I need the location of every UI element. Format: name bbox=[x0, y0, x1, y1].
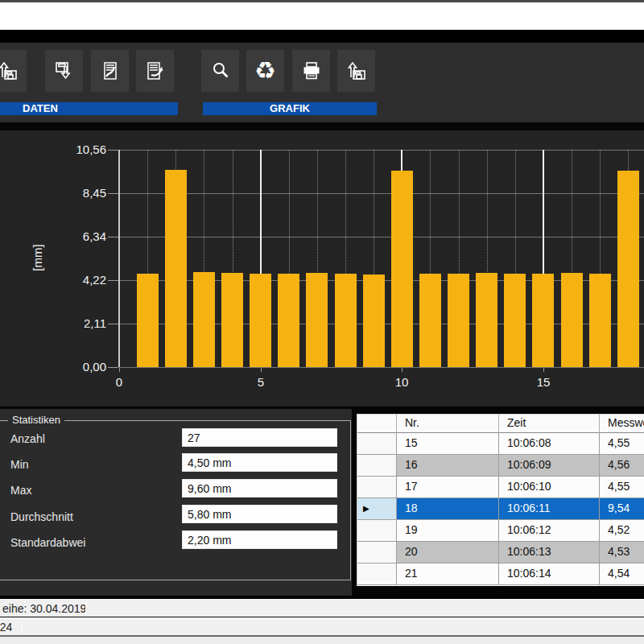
cell-messwert[interactable]: 4,53 bbox=[600, 542, 644, 564]
max-label: Max bbox=[10, 484, 31, 497]
table-row[interactable]: 1710:06:104,55 bbox=[357, 477, 644, 498]
menu-band bbox=[0, 2, 644, 30]
report-button[interactable] bbox=[136, 50, 174, 92]
current-row-marker[interactable]: ▶ bbox=[357, 498, 397, 520]
toolbar-group-label-grafik: GRAFIK bbox=[203, 102, 377, 115]
refresh-button[interactable]: ♻ bbox=[246, 50, 284, 92]
standardabwei-label: Standardabwei bbox=[10, 536, 85, 549]
y-tick-label: 2,11 bbox=[58, 316, 106, 330]
cell-zeit[interactable]: 10:06:10 bbox=[499, 477, 600, 498]
floppy-arrow-up-icon bbox=[345, 60, 368, 81]
row-header-cell[interactable] bbox=[357, 564, 397, 585]
load-data-button[interactable] bbox=[0, 50, 27, 92]
cell-messwert[interactable]: 9,54 bbox=[600, 498, 644, 520]
cell-nr[interactable]: 15 bbox=[397, 433, 499, 455]
floppy-arrow-up-icon bbox=[0, 60, 19, 81]
plot-area: 0,002,114,226,348,4510,56051015 bbox=[119, 150, 644, 367]
anzahl-label: Anzahl bbox=[10, 432, 45, 445]
bar bbox=[250, 274, 271, 367]
y-tick-mark bbox=[108, 193, 118, 194]
h-gridline bbox=[119, 150, 644, 151]
table-row[interactable]: 1510:06:084,55 bbox=[357, 433, 644, 455]
statusbar-separator bbox=[22, 621, 23, 634]
statistics-title: Statistiken bbox=[8, 414, 64, 426]
durchschnitt-field[interactable] bbox=[182, 505, 337, 523]
statistics-panel: Statistiken Anzahl Min Max Durchschnitt … bbox=[0, 409, 352, 596]
bar bbox=[193, 272, 215, 367]
bar bbox=[335, 274, 357, 367]
table-row[interactable]: ▶1810:06:119,54 bbox=[357, 498, 644, 520]
row-header-cell[interactable] bbox=[357, 542, 397, 564]
statusbar-count-text: 424 bbox=[0, 621, 12, 634]
table-row[interactable]: 2110:06:144,54 bbox=[357, 564, 644, 585]
anzahl-field[interactable] bbox=[182, 428, 337, 447]
cell-messwert[interactable]: 4,55 bbox=[600, 433, 644, 455]
bar bbox=[391, 171, 413, 367]
y-tick-mark bbox=[108, 237, 118, 237]
toolbar: ♻ DATEN GRAFIK bbox=[0, 43, 644, 122]
cell-zeit[interactable]: 10:06:11 bbox=[499, 498, 600, 520]
max-field[interactable] bbox=[182, 479, 337, 497]
cell-messwert[interactable]: 4,52 bbox=[600, 520, 644, 542]
document-arrow-icon bbox=[144, 60, 167, 81]
bar bbox=[278, 274, 299, 367]
y-tick-label: 4,22 bbox=[58, 273, 106, 287]
bar bbox=[419, 274, 441, 367]
separator-band bbox=[0, 30, 644, 43]
app-window: ♻ DATEN GRAFIK bbox=[0, 0, 644, 644]
min-field[interactable] bbox=[182, 453, 337, 472]
h-gridline bbox=[119, 237, 644, 237]
standardabwei-field[interactable] bbox=[182, 530, 337, 549]
cell-zeit[interactable]: 10:06:08 bbox=[499, 433, 600, 455]
x-tick-label: 10 bbox=[384, 375, 419, 389]
statusbar-1: eihe: 30.04.2019 bbox=[0, 599, 644, 617]
save-data-button[interactable] bbox=[45, 50, 83, 92]
export-excel-button[interactable] bbox=[91, 50, 129, 92]
y-tick-mark bbox=[108, 324, 118, 324]
x-tick-label: 15 bbox=[526, 375, 561, 389]
table-row[interactable]: 1910:06:124,52 bbox=[357, 520, 644, 542]
y-tick-mark bbox=[108, 367, 118, 368]
bar bbox=[363, 275, 385, 367]
cell-nr[interactable]: 17 bbox=[397, 477, 499, 498]
x-tick-mark bbox=[402, 368, 402, 372]
bar bbox=[589, 274, 611, 367]
recycle-icon: ♻ bbox=[254, 59, 276, 83]
toolbar-group-label-daten: DATEN bbox=[0, 102, 178, 115]
cell-nr[interactable]: 18 bbox=[397, 498, 499, 520]
bar bbox=[165, 170, 187, 367]
measurement-table[interactable]: Nr.ZeitMesswert1510:06:084,551610:06:094… bbox=[357, 414, 644, 586]
row-header-cell[interactable] bbox=[357, 455, 397, 477]
row-header-cell[interactable] bbox=[357, 477, 397, 498]
y-axis-title: [mm] bbox=[31, 233, 43, 282]
zoom-button[interactable] bbox=[201, 50, 239, 92]
row-header-cell[interactable] bbox=[357, 520, 397, 542]
cell-zeit[interactable]: 10:06:12 bbox=[499, 520, 600, 542]
table-row[interactable]: 2010:06:134,53 bbox=[357, 542, 644, 564]
column-header-messwert[interactable]: Messwert bbox=[600, 415, 644, 433]
floppy-arrow-down-icon bbox=[53, 60, 76, 81]
cell-messwert[interactable]: 4,55 bbox=[600, 477, 644, 498]
bar bbox=[532, 274, 554, 367]
table-row[interactable]: 1610:06:094,56 bbox=[357, 455, 644, 477]
row-header-cell[interactable] bbox=[357, 433, 397, 455]
column-header-nr[interactable]: Nr. bbox=[397, 415, 499, 433]
window-bottom-strip bbox=[0, 637, 644, 644]
cell-zeit[interactable]: 10:06:13 bbox=[499, 542, 600, 564]
cell-nr[interactable]: 19 bbox=[397, 520, 499, 542]
cell-zeit[interactable]: 10:06:09 bbox=[499, 455, 600, 477]
printer-icon bbox=[300, 60, 323, 81]
cell-nr[interactable]: 21 bbox=[397, 564, 499, 585]
row-header-corner bbox=[357, 415, 397, 433]
cell-nr[interactable]: 16 bbox=[397, 455, 499, 477]
cell-zeit[interactable]: 10:06:14 bbox=[499, 564, 600, 585]
column-header-zeit[interactable]: Zeit bbox=[499, 415, 600, 433]
durchschnitt-label: Durchschnitt bbox=[10, 510, 73, 523]
cell-messwert[interactable]: 4,54 bbox=[600, 564, 644, 585]
statusbar-separator bbox=[85, 602, 86, 615]
x-tick-label: 0 bbox=[101, 375, 137, 389]
cell-nr[interactable]: 20 bbox=[397, 542, 499, 564]
cell-messwert[interactable]: 4,56 bbox=[600, 455, 644, 477]
print-button[interactable] bbox=[292, 50, 330, 92]
save-graphic-button[interactable] bbox=[337, 50, 375, 92]
